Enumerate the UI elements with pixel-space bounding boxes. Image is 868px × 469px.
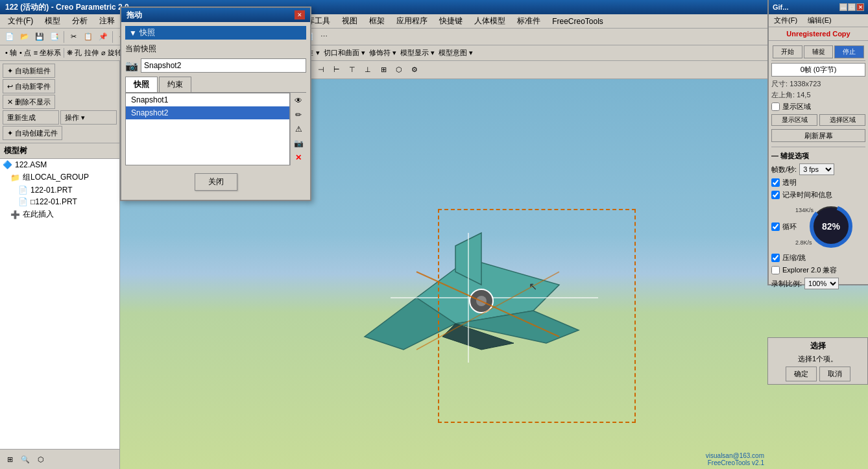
snapshot-name-input[interactable]	[141, 58, 306, 73]
gif-select-region-btn[interactable]: 选择区域	[819, 114, 865, 126]
gif-max-btn[interactable]: □	[848, 3, 856, 11]
dialog-close-button[interactable]: ✕	[295, 10, 305, 19]
tree-item-part2[interactable]: 📄 □122-01.PRT	[0, 196, 119, 208]
gif-ratio-select[interactable]: 50% 75% 100% 150% 200%	[804, 278, 839, 289]
gif-loop-checkbox[interactable]	[771, 222, 780, 231]
gif-aux-btn[interactable]: 辅捉	[804, 45, 834, 58]
gif-panel-content: 开始 辅捉 停止 0帧 (0字节) 尺寸: 868x469 左上角: 14,5…	[769, 41, 868, 293]
toolbar-point[interactable]: • 点	[19, 48, 31, 58]
menu-shortcuts[interactable]: 快捷键	[434, 14, 468, 28]
dialog-content: ▼ 快照 当前快照 📷 快照 约束 Snapshot1 Snapshot2 👁 …	[121, 22, 310, 200]
menu-file[interactable]: 文件(F)	[3, 14, 38, 28]
snap-nav6[interactable]: ⊢	[330, 63, 344, 77]
snap-nav5[interactable]: ⊣	[314, 63, 328, 77]
gif-loop-label: 循环	[782, 222, 797, 232]
selection-confirm-btn[interactable]: 确定	[786, 367, 817, 381]
toolbar-extrude[interactable]: 拉伸	[84, 48, 99, 58]
tb-paste[interactable]: 📌	[96, 30, 110, 44]
current-snapshot-label: 当前快照	[125, 42, 306, 56]
snap-nav9[interactable]: ⊞	[376, 63, 391, 77]
menu-frame[interactable]: 框架	[364, 14, 390, 28]
left-icon2[interactable]: 🔍	[18, 452, 32, 466]
gif-speed2: 2.8K/s	[795, 239, 812, 246]
selection-cancel-btn[interactable]: 取消	[819, 367, 850, 381]
gif-menu-edit[interactable]: 编辑(E)	[802, 14, 837, 27]
menu-model[interactable]: 模型	[40, 14, 66, 28]
app-title: 122 (活动的) - Creo Parametric 2.0	[5, 2, 129, 13]
camera-icon: 📷	[125, 60, 138, 72]
tree-item-group[interactable]: 📁 组LOCAL_GROUP	[0, 171, 119, 184]
tb-cut[interactable]: ✂	[66, 30, 80, 44]
gif-timestamp-checkbox[interactable]	[771, 191, 780, 199]
tool-delete[interactable]: ✕	[292, 151, 305, 164]
selection-info: 选择1个项。	[771, 354, 865, 364]
toolbar-axis[interactable]: • 轴	[5, 48, 17, 58]
gif-min-btn[interactable]: —	[839, 3, 847, 11]
menu-freecretools[interactable]: FreeCreoTools	[547, 16, 609, 27]
tab-constraint[interactable]: 约束	[159, 77, 191, 92]
menu-modifier[interactable]: 修饰符 ▾	[369, 48, 396, 58]
sep1	[64, 31, 64, 43]
tool-edit[interactable]: ✏	[292, 108, 305, 121]
snapshot-item-2[interactable]: Snapshot2	[126, 106, 289, 119]
menu-annotation[interactable]: 注释	[94, 14, 120, 28]
snap-nav8[interactable]: ⊥	[361, 63, 375, 77]
tab-snapshot[interactable]: 快照	[125, 77, 158, 92]
dialog-close-btn-bottom[interactable]: 关闭	[195, 173, 237, 191]
tb-copy[interactable]: 📋	[81, 30, 95, 44]
toolbar-revolve[interactable]: ⌀ 旋转	[101, 48, 122, 58]
model-tree[interactable]: 🔷 122.ASM 📁 组LOCAL_GROUP 📄 122-01.PRT 📄 …	[0, 159, 119, 449]
menu-cut-surface[interactable]: 切口和曲面 ▾	[324, 48, 365, 58]
gif-display-checkbox[interactable]	[771, 102, 780, 111]
gif-refresh-btn[interactable]: 刷新屏幕	[771, 129, 865, 142]
unregistered-copy-label: Unregistered Copy	[769, 27, 868, 41]
tool-camera[interactable]: 📷	[292, 137, 305, 150]
menu-human-model[interactable]: 人体模型	[469, 14, 511, 28]
tb-save2[interactable]: 📑	[47, 30, 62, 44]
tree-item-asm[interactable]: 🔷 122.ASM	[0, 159, 119, 171]
tb-new[interactable]: 📄	[3, 30, 17, 44]
tb-more[interactable]: ⋯	[317, 30, 331, 44]
gif-fps-select[interactable]: 1 fps 2 fps 3 fps 5 fps 10 fps	[799, 163, 834, 175]
snap-nav10[interactable]: ⬡	[392, 63, 406, 77]
snapshot-item-1[interactable]: Snapshot1	[126, 93, 289, 106]
left-icon3[interactable]: ⬡	[34, 452, 48, 466]
tb-open[interactable]: 📂	[18, 30, 32, 44]
dialog-title-label: 拖动	[127, 10, 142, 21]
tree-item-part1[interactable]: 📄 122-01.PRT	[0, 184, 119, 196]
tool-warning[interactable]: ⚠	[292, 123, 305, 136]
operations-btn[interactable]: 操作 ▾	[60, 110, 117, 125]
gif-display-checkbox-row: 显示区域	[771, 101, 865, 113]
tb-save[interactable]: 💾	[32, 30, 47, 44]
tree-item-insert[interactable]: ➕ 在此插入	[0, 208, 119, 221]
gif-display-region-btn[interactable]: 显示区域	[771, 114, 817, 126]
snapshot-list[interactable]: Snapshot1 Snapshot2	[125, 93, 290, 165]
left-icon1[interactable]: ⊞	[3, 452, 17, 466]
gif-stop-btn[interactable]: 停止	[834, 45, 864, 58]
menu-apps[interactable]: 应用程序	[391, 14, 433, 28]
gif-start-btn[interactable]: 开始	[773, 45, 802, 58]
snap-settings[interactable]: ⚙	[407, 63, 422, 77]
regenerate-btn[interactable]: 重新生成	[3, 110, 59, 125]
auto-new-part-btn[interactable]: ↩ 自动新零件	[3, 79, 55, 93]
menu-standard[interactable]: 标准件	[512, 14, 546, 28]
toolbar-coord[interactable]: ≡ 坐标系	[34, 48, 61, 58]
gif-explorer-checkbox[interactable]	[771, 266, 780, 274]
menu-view[interactable]: 视图	[337, 14, 363, 28]
gif-title: Gif...	[773, 3, 788, 11]
gif-transparent-checkbox[interactable]	[771, 178, 780, 187]
menu-analysis[interactable]: 分析	[67, 14, 93, 28]
gif-close-btn[interactable]: ✕	[856, 3, 864, 11]
auto-create-component-btn[interactable]: ✦ 自动创建元件	[3, 126, 62, 140]
snap-nav7[interactable]: ⊤	[345, 63, 359, 77]
gif-menu-file[interactable]: 文件(F)	[769, 14, 802, 27]
menu-model-display[interactable]: 模型显示 ▾	[400, 48, 435, 58]
gif-compress-checkbox[interactable]	[771, 254, 780, 262]
delete-hidden-btn[interactable]: ✕ 删除不显示	[3, 95, 55, 109]
gif-ratio-label: 录制比例:	[771, 279, 802, 289]
tool-eye[interactable]: 👁	[292, 94, 305, 107]
auto-new-component-btn[interactable]: ✦ 自动新组件	[3, 64, 55, 78]
toolbar-hole[interactable]: ❋ 孔	[67, 48, 82, 58]
menu-model-intent[interactable]: 模型意图 ▾	[439, 48, 473, 58]
gif-options-label: — 辅捉选项	[771, 150, 865, 162]
